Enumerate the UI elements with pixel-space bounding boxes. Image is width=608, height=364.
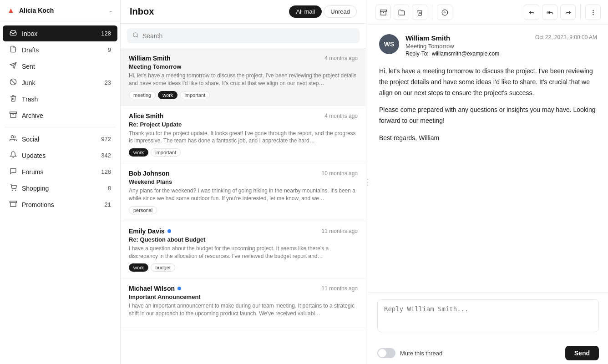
svg-point-10 [133,33,137,37]
email-item[interactable]: Michael Wilson 11 months ago Important A… [121,278,366,328]
search-input[interactable] [142,32,354,40]
email-item[interactable]: William Smith 4 months ago Meeting Tomor… [121,48,366,106]
search-icon [132,32,139,40]
sidebar-item-forums[interactable]: Forums 128 [3,164,117,180]
sidebar-item-updates[interactable]: Updates 342 [3,147,117,163]
search-bar [121,24,366,48]
email-item[interactable]: Alice Smith 4 months ago Re: Project Upd… [121,106,366,164]
drafts-icon [9,46,17,54]
email-item[interactable]: Bob Johnson 10 months ago Weekend Plans … [121,163,366,221]
body-paragraph-3: Best regards, William [379,133,597,144]
email-subject: Meeting Tomorrow [129,63,358,70]
mute-section: Mute this thread [377,348,442,358]
svg-rect-12 [380,10,386,11]
email-preview: I have a question about the budget for t… [129,245,358,260]
updates-icon [9,151,17,160]
account-header[interactable]: ▲ Alicia Koch ⌄ [0,0,120,21]
sidebar-item-shopping[interactable]: Shopping 8 [3,180,117,196]
svg-rect-4 [10,112,17,113]
sidebar-label-sent: Sent [22,63,35,70]
sidebar-count-junk: 23 [105,79,111,86]
tag: meeting [129,91,156,99]
email-sender: Michael Wilson [129,285,181,292]
tag: important [180,91,210,99]
email-detail: WS William Smith Meeting Tomorrow Reply-… [368,0,608,364]
body-paragraph-2: Please come prepared with any questions … [379,105,597,126]
email-time: 10 months ago [322,170,358,177]
sidebar-item-promotions[interactable]: Promotions 21 [3,197,117,212]
forums-icon [9,167,17,176]
sidebar-label-junk: Junk [22,79,35,86]
sidebar-item-sent[interactable]: Sent [3,58,117,74]
email-time: 11 months ago [322,228,358,234]
sidebar-item-inbox[interactable]: Inbox 128 [3,25,117,41]
promotions-icon [9,200,17,209]
email-time: 4 months ago [324,113,358,119]
forward-button[interactable] [560,5,576,20]
sidebar-item-social[interactable]: Social 972 [3,131,117,147]
account-name: Alicia Koch [19,7,54,14]
sidebar-item-drafts[interactable]: Drafts 9 [3,42,117,58]
mute-toggle[interactable] [377,348,395,358]
sidebar-label-trash: Trash [22,96,38,103]
email-subject: Re: Project Update [129,121,358,128]
email-preview: I have an important announcement to make… [129,302,358,318]
toolbar-separator [432,5,432,20]
trash-icon [9,95,17,103]
body-paragraph-1: Hi, let's have a meeting tomorrow to dis… [379,66,597,98]
reply-input[interactable] [377,299,599,332]
reply-button[interactable] [524,5,539,20]
sidebar-item-junk[interactable]: Junk 23 [3,75,117,91]
sidebar-label-drafts: Drafts [22,46,39,54]
svg-point-7 [12,190,12,190]
toolbar-right [524,5,601,20]
tag: work [129,148,148,157]
email-content: WS William Smith Meeting Tomorrow Reply-… [368,25,608,293]
svg-line-3 [11,80,15,84]
email-list-panel: Inbox All mail Unread William Smith 4 mo… [121,0,366,364]
svg-point-6 [11,136,13,138]
move-folder-button[interactable] [394,5,409,20]
sidebar-count-forums: 128 [101,168,111,175]
filter-all-mail[interactable]: All mail [289,5,322,18]
delete-button[interactable] [412,5,427,20]
email-time: 11 months ago [322,285,358,292]
tag: work [158,91,177,99]
email-time: 4 months ago [324,55,358,61]
tag: personal [129,206,157,214]
email-subject: Weekend Plans [129,178,358,185]
email-preview: Thank you for the project update. It loo… [129,130,358,145]
avatar: WS [379,34,399,54]
social-icon [9,135,17,143]
sidebar-label-forums: Forums [22,168,43,176]
email-sender: Emily Davis [129,228,171,235]
email-body: Hi, let's have a meeting tomorrow to dis… [379,66,597,144]
email-item[interactable]: Emily Davis 11 months ago Re: Question a… [121,221,366,279]
archive-button[interactable] [375,5,391,20]
snooze-button[interactable] [437,5,452,20]
sidebar-item-archive[interactable]: Archive [3,107,117,123]
filter-unread[interactable]: Unread [324,5,357,18]
detail-date: Oct 22, 2023, 9:00:00 AM [535,34,597,40]
reply-all-button[interactable] [542,5,557,20]
svg-rect-9 [10,201,17,202]
sidebar-count-shopping: 8 [108,185,111,192]
send-button[interactable]: Send [565,346,599,360]
sidebar-item-trash[interactable]: Trash [3,91,117,107]
detail-subject: Meeting Tomorrow [405,43,529,50]
email-tags: work budget [129,263,358,272]
more-options-button[interactable] [585,5,601,20]
junk-icon [9,78,17,87]
sidebar-count-promotions: 21 [105,201,111,208]
sidebar-count-social: 972 [101,136,111,142]
sidebar: ▲ Alicia Koch ⌄ Inbox 128 Drafts 9 [0,0,121,364]
filter-buttons: All mail Unread [289,5,357,18]
sidebar-count-inbox: 128 [101,30,111,37]
detail-toolbar [368,0,608,25]
svg-point-8 [15,190,16,190]
nav-list: Inbox 128 Drafts 9 Sent [0,21,120,364]
svg-point-16 [593,12,593,12]
archive-icon [9,111,17,120]
detail-sender-name: William Smith [405,34,529,42]
reply-to-label: Reply-To: [405,51,429,57]
